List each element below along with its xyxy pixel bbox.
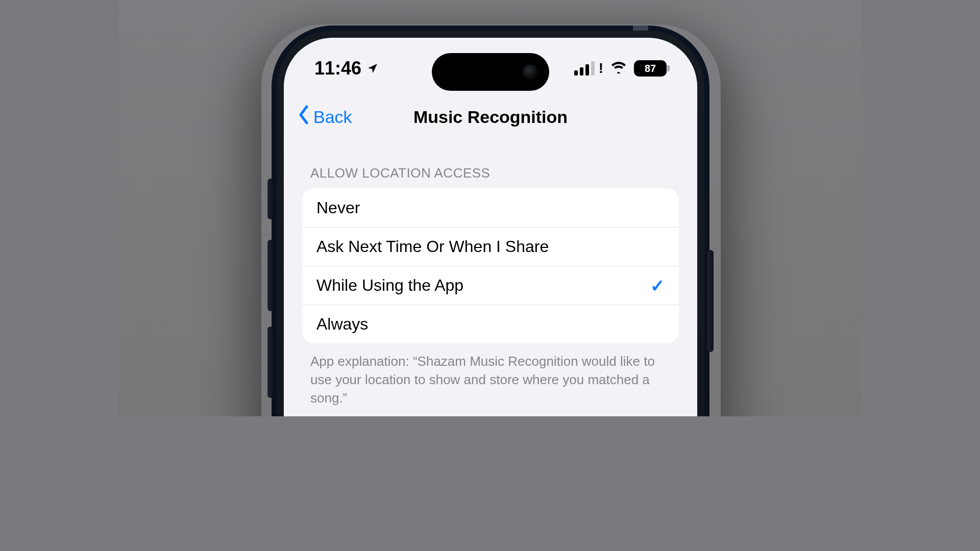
mute-switch xyxy=(267,179,274,219)
nav-bar: Back Music Recognition xyxy=(284,99,697,135)
front-camera-icon xyxy=(523,64,538,80)
phone-frame: 11:46 ! xyxy=(272,26,709,416)
wifi-icon xyxy=(610,61,627,76)
option-label: Never xyxy=(316,198,360,217)
battery-percent: 87 xyxy=(645,63,656,74)
option-label: Always xyxy=(316,315,368,334)
section-header-location: ALLOW LOCATION ACCESS xyxy=(302,145,679,188)
checkmark-icon: ✓ xyxy=(650,276,665,296)
option-ask-next-time[interactable]: Ask Next Time Or When I Share xyxy=(302,227,679,266)
dynamic-island xyxy=(432,53,549,91)
volume-up-button xyxy=(267,240,274,311)
screen: 11:46 ! xyxy=(284,38,697,416)
volume-down-button xyxy=(267,327,274,398)
status-time: 11:46 xyxy=(314,58,361,79)
option-always[interactable]: Always xyxy=(302,305,679,343)
option-label: Ask Next Time Or When I Share xyxy=(316,237,549,256)
battery-indicator: 87 xyxy=(634,60,667,77)
back-button[interactable]: Back xyxy=(296,105,352,129)
option-never[interactable]: Never xyxy=(302,188,679,227)
chevron-left-icon xyxy=(296,105,311,129)
option-while-using[interactable]: While Using the App ✓ xyxy=(302,266,679,305)
location-arrow-icon xyxy=(366,58,379,79)
page-title: Music Recognition xyxy=(413,107,568,127)
back-label: Back xyxy=(313,107,352,127)
cellular-signal-icon: ! xyxy=(574,61,603,76)
location-access-list: Never Ask Next Time Or When I Share Whil… xyxy=(302,188,679,343)
option-label: While Using the App xyxy=(316,276,463,295)
power-button xyxy=(707,250,714,352)
section-footer-explanation: App explanation: “Shazam Music Recogniti… xyxy=(302,343,679,408)
